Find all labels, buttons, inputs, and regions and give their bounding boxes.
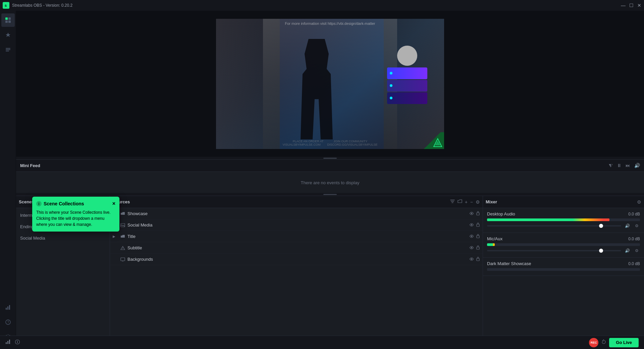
scenes-panel: i Scene Collections × This is where your… [16, 196, 110, 349]
avatar-bar-1 [387, 67, 427, 79]
scene-item-social-media-label: Social Media [20, 236, 45, 241]
stats-icon[interactable] [5, 339, 11, 346]
sources-add-button[interactable]: + [465, 199, 468, 205]
left-sidebar: ? [0, 11, 16, 349]
svg-point-20 [471, 224, 472, 226]
drag-handle-bar [323, 158, 337, 159]
preview-url-text: For more information visit https://vbi.d… [216, 21, 444, 26]
sidebar-item-sources[interactable] [1, 43, 15, 56]
source-actions-social [469, 222, 480, 228]
source-lock-social-icon[interactable] [476, 222, 480, 228]
svg-rect-33 [7, 341, 8, 344]
svg-point-22 [471, 236, 472, 237]
source-lock-title-icon[interactable] [476, 234, 480, 239]
source-visibility-backgrounds-icon[interactable] [469, 256, 474, 262]
source-name-subtitle: Subtitle [127, 245, 467, 250]
mini-feed-section: Mini Feed ⧨ ⏸ ⏭ 🔊 There are no events to… [16, 159, 644, 193]
tooltip-close-button[interactable]: × [112, 201, 115, 207]
svg-rect-23 [477, 236, 479, 238]
replay-icon[interactable] [601, 339, 606, 346]
sidebar-item-themes[interactable] [1, 28, 15, 42]
mixer-controls-desktop: 🔊 ⚙ [487, 222, 640, 229]
close-button[interactable]: ✕ [637, 3, 641, 7]
drag-handle-top[interactable] [16, 157, 644, 159]
avatar-circle [397, 46, 417, 66]
tooltip-title-row: i Scene Collections [36, 201, 84, 206]
source-visibility-icon[interactable] [469, 211, 474, 216]
svg-point-30 [471, 258, 472, 260]
source-lock-subtitle-icon[interactable] [476, 245, 480, 251]
mini-feed-pause-icon[interactable]: ⏸ [617, 163, 622, 168]
mixer-settings-desktop-button[interactable]: ⚙ [633, 222, 640, 229]
source-item-showcase[interactable]: ▶ Showcase [110, 208, 483, 219]
svg-text:?: ? [7, 320, 9, 324]
svg-point-25 [123, 249, 123, 249]
sources-filter-icon[interactable] [450, 199, 455, 205]
source-item-subtitle[interactable]: Subtitle [110, 242, 483, 254]
mixer-bar-mic [487, 243, 640, 246]
sidebar-item-help[interactable]: ? [1, 315, 15, 329]
drag-handle-bottom[interactable] [16, 193, 644, 196]
source-name-showcase: Showcase [127, 211, 467, 216]
source-name-backgrounds: Backgrounds [127, 257, 467, 262]
go-live-button[interactable]: Go Live [609, 338, 639, 347]
mixer-mute-desktop-button[interactable]: 🔊 [624, 222, 631, 229]
svg-rect-8 [6, 51, 9, 51]
tooltip-title: Scene Collections [44, 201, 84, 206]
sidebar-item-stats[interactable] [1, 301, 15, 314]
source-item-backgrounds[interactable]: Backgrounds [110, 254, 483, 265]
source-image-icon [120, 222, 125, 228]
avatar-dot-3 [390, 97, 392, 99]
sources-panel: Sources + − ⚙ ▶ [110, 196, 483, 349]
mini-feed-empty-text: There are no events to display [301, 180, 360, 185]
source-visibility-title-icon[interactable] [469, 234, 474, 239]
mixer-vol-slider-desktop[interactable] [487, 225, 621, 227]
tooltip-text: This is where your Scene Collections liv… [36, 209, 115, 228]
sources-folder-icon[interactable] [458, 199, 462, 205]
source-actions-subtitle [469, 245, 480, 251]
source-expand-title[interactable]: ▶ [113, 235, 118, 238]
scene-collections-tooltip: i Scene Collections × This is where your… [32, 197, 119, 232]
source-item-social-media[interactable]: Social Media [110, 219, 483, 231]
titlebar-title: Streamlabs OBS - Version: 0.20.2 [12, 3, 72, 8]
svg-text:S: S [5, 4, 7, 7]
minimize-button[interactable]: — [621, 3, 625, 7]
preview-overlay-card [380, 46, 434, 105]
mixer-channel-dark-matter-level: 0.0 dB [628, 261, 640, 266]
sources-header: Sources + − ⚙ [110, 196, 483, 208]
source-visibility-subtitle-icon[interactable] [469, 245, 474, 251]
scene-item-social-media[interactable]: Social Media [16, 232, 110, 244]
mixer-channel-desktop-name: Desktop Audio [487, 211, 515, 216]
source-item-title[interactable]: ▶ Title [110, 231, 483, 242]
svg-rect-10 [7, 306, 8, 310]
preview-corner-logo [421, 132, 444, 149]
mixer-mute-mic-button[interactable]: 🔊 [624, 247, 631, 254]
info-icon[interactable] [15, 339, 20, 346]
content-area: For more information visit https://vbi.d… [16, 11, 644, 349]
source-actions-title [469, 234, 480, 239]
source-lock-icon[interactable] [476, 211, 480, 216]
mixer-settings-mic-button[interactable]: ⚙ [633, 247, 640, 254]
app-logo: S [3, 2, 9, 9]
mixer-bar-dark-matter [487, 268, 640, 271]
source-lock-backgrounds-icon[interactable] [476, 256, 480, 262]
mixer-vol-slider-mic[interactable] [487, 250, 621, 251]
preview-bottom-text: PLACE AN ORDER AT JOIN OUR COMMUNITYVISU… [282, 140, 377, 146]
svg-rect-4 [5, 20, 8, 23]
main-layout: ? For more information visit https://vbi… [0, 11, 644, 349]
bottom-bar: REC Go Live [0, 336, 644, 349]
maximize-button[interactable]: ☐ [629, 3, 633, 7]
svg-rect-2 [5, 17, 8, 20]
mini-feed-skip-icon[interactable]: ⏭ [626, 163, 630, 168]
mixer-settings-button[interactable]: ⚙ [637, 199, 641, 205]
mixer-channel-mic-level: 0.0 dB [628, 237, 640, 241]
mini-feed-volume-icon[interactable]: 🔊 [634, 163, 640, 168]
sidebar-item-studio[interactable] [1, 13, 15, 27]
sources-remove-button[interactable]: − [470, 199, 473, 205]
svg-rect-3 [8, 17, 11, 20]
titlebar-left: S Streamlabs OBS - Version: 0.20.2 [3, 2, 72, 9]
record-button[interactable]: REC [589, 338, 598, 347]
source-visibility-social-icon[interactable] [469, 222, 474, 228]
sources-settings-button[interactable]: ⚙ [476, 199, 480, 205]
mini-feed-filter-icon[interactable]: ⧨ [609, 163, 613, 168]
